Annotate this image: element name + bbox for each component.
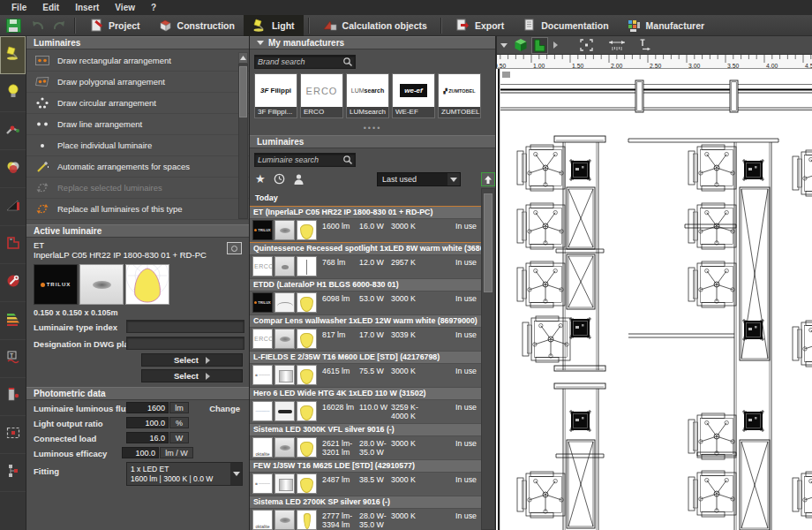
construction-button[interactable]: Construction <box>149 15 244 36</box>
manufacturer-tile-we-ef[interactable]: we-efWE-EF <box>392 73 435 118</box>
history-filter-icon[interactable] <box>274 173 285 185</box>
view-menu-caret[interactable] <box>500 43 508 48</box>
luminaire-search-box[interactable] <box>254 153 356 167</box>
active-luminaire-photo-thumbnail[interactable] <box>79 264 124 305</box>
tool-list-scrollbar[interactable] <box>238 64 248 219</box>
draw-line-arrangement[interactable]: Draw line arrangement <box>26 114 249 135</box>
luminaires-tool-panel: Luminaires Draw rectangular arrangementD… <box>26 36 250 530</box>
chevron-right-icon <box>206 373 210 380</box>
measure-distance-button[interactable] <box>606 37 628 54</box>
connected-load-value[interactable]: 16.0 <box>126 432 169 443</box>
cad-drawing-area[interactable] <box>496 69 812 530</box>
dwg-designation-input[interactable] <box>126 337 244 350</box>
sort-dropdown-arrow[interactable] <box>447 173 460 186</box>
menu-item-help[interactable]: ? <box>143 3 164 12</box>
luminaire-list-item[interactable]: Hero 6 LED Wide HTG 4K 1xLED 110 W (3150… <box>250 388 482 423</box>
fitting-line1: 1 x LED ET <box>131 465 213 474</box>
selection-region-mode-button[interactable] <box>0 416 26 454</box>
preview-image-icon[interactable] <box>227 242 242 254</box>
luminaires-mode-mode-button[interactable] <box>0 36 26 74</box>
luminaire-list-item[interactable]: ET (InperlaLP C05 HR22 IP 1800-830 01 + … <box>250 207 482 242</box>
svg-text:1.00: 1.00 <box>533 63 545 69</box>
luminaire-list-item[interactable]: Quintessence Recessed spotlight 1xLED 8W… <box>250 243 482 278</box>
luminaire-list-item[interactable]: L-FIELDS E 2/35W T16 M600 LDE [STD] (421… <box>250 352 482 387</box>
my-luminaires-filter-icon[interactable] <box>293 173 304 185</box>
menu-item-edit[interactable]: Edit <box>34 3 67 12</box>
sort-dropdown[interactable]: Last used <box>377 172 461 186</box>
view-expand-caret[interactable] <box>553 42 558 49</box>
automatic-arrangements[interactable]: Automatic arrangements for spaces <box>26 156 249 178</box>
catalog-scrollbar-thumb[interactable] <box>484 193 492 292</box>
zoom-fit-button[interactable] <box>578 37 595 54</box>
brand-search-input[interactable] <box>255 57 342 66</box>
manufacturer-tile-zumtobel[interactable]: ▞ ZUMTOBELZUMTOBEL <box>438 73 481 118</box>
settings-wrench-mode-button[interactable] <box>0 264 26 302</box>
project-button[interactable]: Project <box>80 15 149 36</box>
menu-item-view[interactable]: View <box>107 3 143 12</box>
undo-button[interactable] <box>27 15 49 36</box>
lamps-mode-mode-button[interactable] <box>0 74 26 112</box>
colour-filter-mode-button[interactable] <box>0 150 26 188</box>
luminaire-brand-thumbnail: oktalite <box>252 437 273 458</box>
tool-list-scroll-up-button[interactable] <box>238 52 248 64</box>
light-output-ratio-value[interactable]: 100.0 <box>126 417 169 428</box>
catalog-scrollbar[interactable] <box>481 188 495 530</box>
view-3d-button[interactable] <box>512 37 530 54</box>
measure-height-button[interactable] <box>637 37 653 54</box>
manufacturer-button[interactable]: Manufacturer <box>618 15 714 36</box>
status-in-use: In use <box>455 330 477 339</box>
favorites-filter-icon[interactable]: ★ <box>255 173 266 185</box>
manufacturer-tile-lumsearch[interactable]: LUMsearchLUMsearch <box>346 73 389 118</box>
luminous-efficacy-value[interactable]: 100.0 <box>122 447 159 458</box>
room-outline-mode-button[interactable] <box>0 226 26 264</box>
luminaire-list-item[interactable]: ETDD (LateraloP H1 BLGS 6000-830 01) TRI… <box>250 279 482 314</box>
fitting-dropdown-arrow[interactable] <box>230 463 242 485</box>
luminaires-panel-header: Luminaires <box>26 36 249 49</box>
luminaire-list-item[interactable]: Sistema LED 3000K VFL silver 9016 (-) ok… <box>250 424 482 459</box>
luminaire-list-item[interactable]: FEW 1/35W T16 M625 LDE [STD] (42910577) … <box>250 460 482 496</box>
scene-structure-mode-button[interactable] <box>0 454 26 492</box>
luminaire-search-input[interactable] <box>255 155 342 164</box>
luminaire-type-index-input[interactable] <box>126 320 244 333</box>
save-button[interactable] <box>0 15 27 36</box>
select-luminaire-button[interactable]: Select <box>141 353 243 367</box>
manufacturer-tile-3f-filippi-[interactable]: 3F Filippi3F Filippi... <box>254 73 297 118</box>
light-button[interactable]: Light <box>244 15 304 36</box>
documentation-button[interactable]: Documentation <box>513 15 617 36</box>
active-luminaire-distribution-thumbnail[interactable] <box>125 264 169 305</box>
export-button[interactable]: Export <box>447 15 513 36</box>
redo-button[interactable] <box>49 15 70 36</box>
select-luminaire-button-2[interactable]: Select <box>141 369 243 382</box>
view-plan-button[interactable] <box>531 37 548 54</box>
text-annotation-mode-button[interactable]: T <box>0 340 26 378</box>
draw-rectangular-arrangement[interactable]: Draw rectangular arrangement <box>26 50 249 72</box>
manufacturer-tile-erco[interactable]: ERCOERCO <box>300 73 343 118</box>
measure-height-icon <box>639 39 651 51</box>
panel-splitter-handle[interactable]: •••• <box>250 125 495 131</box>
menu-item-file[interactable]: File <box>4 3 34 12</box>
my-manufacturers-header[interactable]: My manufacturers <box>250 36 495 49</box>
joint-tool-mode-button[interactable] <box>0 112 26 150</box>
fitting-dropdown[interactable]: 1 x LED ET 1600 lm | 3000 K | 0.0 W <box>126 462 243 486</box>
dimming-ramp-mode-button[interactable] <box>0 188 26 226</box>
calculation-objects-button[interactable]: Calculation objects <box>314 15 436 36</box>
luminaire-item-name: Sistema LED 3000K VFL silver 9016 (-) <box>250 424 482 435</box>
draw-circular-arrangement[interactable]: Draw circular arrangement <box>26 93 249 114</box>
energy-classes-mode-button[interactable] <box>0 302 26 340</box>
change-flux-link[interactable]: Change <box>209 404 240 413</box>
replace-all-luminaires[interactable]: Replace all luminaires of this type <box>26 199 249 220</box>
draw-polygonal-arrangement[interactable]: Draw polygonal arrangement <box>26 72 249 93</box>
collapse-list-up-button[interactable] <box>481 172 495 186</box>
luminaire-list-item[interactable]: Sistema LED 2700K SP silver 9016 (-) okt… <box>250 496 482 530</box>
menu-item-insert[interactable]: Insert <box>67 3 107 12</box>
place-individual-luminaire[interactable]: Place individual luminaire <box>26 135 249 156</box>
luminaire-list-item[interactable]: Compar Lens wallwasher 1xLED 12W warm wh… <box>250 315 482 351</box>
tool-list-scrollbar-thumb[interactable] <box>239 66 247 117</box>
active-luminaire-logo-thumbnail[interactable]: TRILUX <box>34 264 78 305</box>
colour-temperature: 2957 K <box>391 258 416 267</box>
luminaire-photo-thumbnail <box>274 473 295 494</box>
luminous-flux-value[interactable]: 1600 <box>126 402 169 413</box>
wattage: 75.5 W <box>359 367 384 375</box>
column-tool-mode-button[interactable] <box>0 378 26 416</box>
brand-search-box[interactable] <box>254 55 356 69</box>
